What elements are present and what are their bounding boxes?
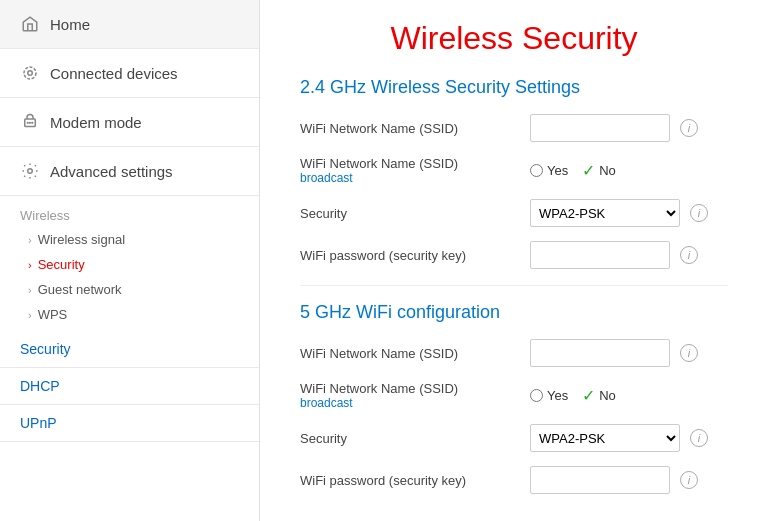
section-24-title: 2.4 GHz Wireless Security Settings [300, 77, 728, 98]
sidebar-upnp-link[interactable]: UPnP [0, 405, 259, 442]
wireless-section: Wireless › Wireless signal › Security › … [0, 196, 259, 331]
sidebar: Home Connected devices Modem mode [0, 0, 260, 521]
broadcast-24-radio-group: Yes ✓ No [530, 161, 616, 180]
broadcast-24-no-selected: ✓ No [582, 161, 616, 180]
password-24-info-icon[interactable]: i [680, 246, 698, 264]
sidebar-security-link[interactable]: Security [0, 331, 259, 368]
svg-point-0 [28, 71, 33, 76]
broadcast-24-no-label: No [599, 163, 616, 178]
broadcast-5-yes-option[interactable]: Yes [530, 388, 568, 403]
security-5-select[interactable]: WPA2-PSK WPA-PSK WEP None [530, 424, 680, 452]
broadcast-24-yes-option[interactable]: Yes [530, 163, 568, 178]
chevron-icon: › [28, 234, 32, 246]
sidebar-item-advanced-settings[interactable]: Advanced settings [0, 147, 259, 196]
form-row-24-broadcast: WiFi Network Name (SSID) broadcast Yes ✓… [300, 156, 728, 185]
broadcast-5-label: WiFi Network Name (SSID) broadcast [300, 381, 520, 410]
form-row-5-broadcast: WiFi Network Name (SSID) broadcast Yes ✓… [300, 381, 728, 410]
gear-icon [20, 161, 40, 181]
form-row-5-password: WiFi password (security key) i [300, 466, 728, 494]
section-divider [300, 285, 728, 286]
wireless-signal-label: Wireless signal [38, 232, 125, 247]
broadcast-24-label: WiFi Network Name (SSID) broadcast [300, 156, 520, 185]
form-row-24-password: WiFi password (security key) i [300, 241, 728, 269]
password-24-input[interactable] [530, 241, 670, 269]
section-24ghz: 2.4 GHz Wireless Security Settings WiFi … [300, 77, 728, 269]
sidebar-sub-wps[interactable]: › WPS [20, 302, 239, 327]
section-5-title: 5 GHz WiFi configuration [300, 302, 728, 323]
security-label: Security [38, 257, 85, 272]
security-link-label: Security [20, 341, 71, 357]
sidebar-sub-guest-network[interactable]: › Guest network [20, 277, 239, 302]
broadcast-5-no-selected: ✓ No [582, 386, 616, 405]
sidebar-connected-devices-label: Connected devices [50, 65, 178, 82]
svg-point-6 [28, 169, 33, 174]
broadcast-24-yes-radio[interactable] [530, 164, 543, 177]
home-icon [20, 14, 40, 34]
broadcast-5-no-label: No [599, 388, 616, 403]
ssid-24-info-icon[interactable]: i [680, 119, 698, 137]
page-title: Wireless Security [300, 20, 728, 57]
broadcast-24-yes-label: Yes [547, 163, 568, 178]
form-row-5-ssid: WiFi Network Name (SSID) i [300, 339, 728, 367]
password-5-label: WiFi password (security key) [300, 473, 520, 488]
password-24-label: WiFi password (security key) [300, 248, 520, 263]
broadcast-5-yes-label: Yes [547, 388, 568, 403]
connected-devices-icon [20, 63, 40, 83]
sidebar-dhcp-link[interactable]: DHCP [0, 368, 259, 405]
form-row-5-security: Security WPA2-PSK WPA-PSK WEP None i [300, 424, 728, 452]
ssid-5-info-icon[interactable]: i [680, 344, 698, 362]
wps-label: WPS [38, 307, 68, 322]
dhcp-link-label: DHCP [20, 378, 60, 394]
security-5-info-icon[interactable]: i [690, 429, 708, 447]
broadcast-5-radio-group: Yes ✓ No [530, 386, 616, 405]
sidebar-item-modem-mode[interactable]: Modem mode [0, 98, 259, 147]
security-24-select[interactable]: WPA2-PSK WPA-PSK WEP None [530, 199, 680, 227]
upnp-link-label: UPnP [20, 415, 57, 431]
sidebar-item-connected-devices[interactable]: Connected devices [0, 49, 259, 98]
sidebar-advanced-settings-label: Advanced settings [50, 163, 173, 180]
ssid-5-input[interactable] [530, 339, 670, 367]
chevron-icon: › [28, 259, 32, 271]
ssid-24-input[interactable] [530, 114, 670, 142]
form-row-24-ssid: WiFi Network Name (SSID) i [300, 114, 728, 142]
password-5-input[interactable] [530, 466, 670, 494]
sidebar-sub-wireless-signal[interactable]: › Wireless signal [20, 227, 239, 252]
broadcast-5-yes-radio[interactable] [530, 389, 543, 402]
sidebar-modem-mode-label: Modem mode [50, 114, 142, 131]
security-24-info-icon[interactable]: i [690, 204, 708, 222]
checkmark-icon: ✓ [582, 161, 595, 180]
sidebar-sub-security[interactable]: › Security [20, 252, 239, 277]
checkmark-5-icon: ✓ [582, 386, 595, 405]
form-row-24-security: Security WPA2-PSK WPA-PSK WEP None i [300, 199, 728, 227]
modem-icon [20, 112, 40, 132]
security-5-label: Security [300, 431, 520, 446]
svg-point-1 [24, 67, 36, 79]
section-5ghz: 5 GHz WiFi configuration WiFi Network Na… [300, 302, 728, 494]
security-24-label: Security [300, 206, 520, 221]
ssid-5-label: WiFi Network Name (SSID) [300, 346, 520, 361]
sidebar-home-label: Home [50, 16, 90, 33]
password-5-info-icon[interactable]: i [680, 471, 698, 489]
sidebar-item-home[interactable]: Home [0, 0, 259, 49]
ssid-24-label: WiFi Network Name (SSID) [300, 121, 520, 136]
chevron-icon: › [28, 309, 32, 321]
guest-network-label: Guest network [38, 282, 122, 297]
wireless-section-title: Wireless [20, 208, 239, 223]
chevron-icon: › [28, 284, 32, 296]
main-content: Wireless Security 2.4 GHz Wireless Secur… [260, 0, 768, 521]
